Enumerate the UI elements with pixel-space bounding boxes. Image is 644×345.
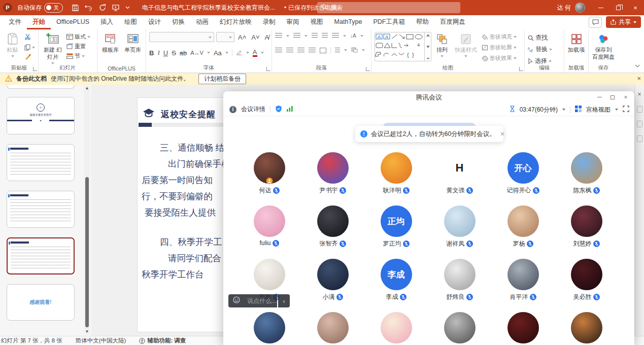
tab-绘图[interactable]: 绘图 xyxy=(119,15,143,29)
share-button[interactable]: 共享 xyxy=(606,16,641,28)
smartart-convert-icon[interactable] xyxy=(351,46,358,55)
tab-MathType[interactable]: MathType xyxy=(329,15,368,29)
paragraph-launcher-icon[interactable] xyxy=(366,67,370,71)
undo-icon[interactable] xyxy=(85,5,93,11)
numbering-icon[interactable] xyxy=(293,33,300,39)
participant-unnamed[interactable] xyxy=(555,309,618,345)
shapes-gallery[interactable]: A A xyxy=(375,32,431,61)
ribbon-collapse-icon[interactable] xyxy=(635,60,640,70)
meeting-title-bar[interactable]: 腾讯会议 × xyxy=(223,91,634,103)
view-dropdown-icon[interactable] xyxy=(615,109,618,111)
participant-尹书宇[interactable]: 尹书宇 xyxy=(301,149,364,202)
sidebar-close-icon[interactable]: × xyxy=(635,91,644,98)
emoji-icon[interactable] xyxy=(233,296,240,305)
chat-input[interactable]: 说点什么... xyxy=(228,294,277,307)
view-mode-label[interactable]: 宫格视图 xyxy=(586,106,611,114)
backup-bar-close-icon[interactable]: × xyxy=(637,75,641,82)
font-color-icon[interactable]: A xyxy=(253,49,257,57)
highlight-icon[interactable] xyxy=(236,49,243,57)
italic-icon[interactable]: I xyxy=(157,49,159,57)
participant-耿洋明[interactable]: 耿洋明 xyxy=(364,149,428,202)
tab-动画[interactable]: 动画 xyxy=(190,15,214,29)
strikethrough-icon[interactable]: ab xyxy=(180,49,187,57)
increase-indent-icon[interactable] xyxy=(322,33,328,39)
clear-format-icon[interactable]: A̸ xyxy=(263,33,271,41)
shape-outline-button[interactable]: 形状轮廓 xyxy=(482,44,517,51)
decrease-indent-icon[interactable] xyxy=(312,33,318,39)
chat-collapse-icon[interactable]: ‹ xyxy=(278,294,290,307)
participant-罗正均[interactable]: 正均罗正均 xyxy=(364,202,428,256)
participant-黄文强[interactable]: H黄文强 xyxy=(428,149,491,202)
participant-unnamed[interactable] xyxy=(238,309,301,345)
line-spacing-icon[interactable] xyxy=(332,33,339,39)
font-launcher-icon[interactable] xyxy=(266,67,270,71)
notice-close-icon[interactable]: × xyxy=(500,130,504,138)
align-right-icon[interactable] xyxy=(297,48,304,53)
meeting-timer[interactable]: 03:47(60分钟) xyxy=(520,106,558,114)
participant-unnamed[interactable] xyxy=(301,309,364,345)
bold-icon[interactable]: B xyxy=(149,49,154,57)
slide-thumbnail-5[interactable] xyxy=(7,237,75,274)
app-icon[interactable]: P xyxy=(3,3,12,12)
justify-icon[interactable] xyxy=(309,48,316,53)
search-input[interactable] xyxy=(330,4,456,11)
copy-icon[interactable] xyxy=(24,44,35,51)
fullscreen-icon[interactable] xyxy=(623,106,629,114)
text-direction-icon[interactable] xyxy=(335,48,340,53)
autosave-toggle[interactable]: 关 xyxy=(44,3,63,13)
layout-button[interactable]: 版式 xyxy=(66,33,90,41)
participant-unnamed[interactable] xyxy=(491,309,555,345)
start-slideshow-icon[interactable] xyxy=(112,5,119,11)
sidebar-tool-icon[interactable] xyxy=(637,121,642,127)
change-case-icon[interactable]: Aa xyxy=(214,49,222,57)
tab-录制[interactable]: 录制 xyxy=(257,15,281,29)
save-to-netdisk-button[interactable]: 保存到 百度网盘 xyxy=(592,32,615,61)
participant-罗杨[interactable]: 罗杨 xyxy=(491,202,555,256)
template-library-button[interactable]: 模板库 xyxy=(100,32,120,54)
font-size-select[interactable] xyxy=(216,32,234,42)
replace-button[interactable]: bc替换 xyxy=(528,45,552,54)
section-button[interactable]: 节 xyxy=(66,52,90,60)
slide-thumbnail-2[interactable]: ⌕返校交通安全指导✦ xyxy=(7,97,75,134)
paste-button[interactable]: 粘贴 xyxy=(3,32,22,57)
tab-幻灯片放映[interactable]: 幻灯片放映 xyxy=(214,15,257,29)
sort-icon[interactable]: ↓A xyxy=(350,33,356,39)
tab-插入[interactable]: 插入 xyxy=(95,15,119,29)
columns-icon[interactable] xyxy=(320,48,326,53)
participant-肖平洋[interactable]: 肖平洋 xyxy=(491,256,555,309)
timer-dropdown-icon[interactable] xyxy=(562,109,565,111)
participant-记得开心[interactable]: 开心记得开心 xyxy=(491,149,555,202)
shapes-scrollbar[interactable] xyxy=(424,32,431,61)
sidebar-tool-icon[interactable] xyxy=(637,106,642,113)
arrange-button[interactable]: 排列 xyxy=(434,32,450,57)
align-center-icon[interactable] xyxy=(286,48,293,53)
tab-文件[interactable]: 文件 xyxy=(3,15,27,29)
addins-button[interactable]: 加载项 xyxy=(567,32,585,54)
slide-number-status[interactable]: 幻灯片 第 7 张，共 8 张 xyxy=(1,337,62,344)
find-button[interactable]: 查找 xyxy=(528,33,552,42)
cut-icon[interactable] xyxy=(24,33,35,42)
meeting-details-link[interactable]: 会议详情 xyxy=(241,105,265,114)
clipboard-launcher-icon[interactable] xyxy=(33,67,37,71)
tab-百度网盘[interactable]: 百度网盘 xyxy=(434,15,471,29)
reset-button[interactable]: 重置 xyxy=(66,43,90,50)
close-button[interactable]: × xyxy=(627,0,644,15)
bullets-icon[interactable] xyxy=(275,33,282,39)
page-library-button[interactable]: 单页库 xyxy=(123,32,143,54)
font-name-select[interactable] xyxy=(149,32,214,42)
participant-李成[interactable]: 李成李成 xyxy=(364,256,428,309)
tab-设计[interactable]: 设计 xyxy=(143,15,166,29)
language-status[interactable]: 简体中文(中国大陆) xyxy=(76,337,126,344)
underline-icon[interactable]: U xyxy=(163,49,168,57)
save-icon[interactable] xyxy=(72,5,79,11)
slide-thumbnail-6[interactable]: 感谢观看! xyxy=(7,284,75,321)
shield-check-icon[interactable] xyxy=(275,105,282,114)
shape-effects-button[interactable]: 形状效果 xyxy=(482,54,517,62)
backup-later-button[interactable]: 计划稍后备份 xyxy=(198,74,246,84)
participant-何达[interactable]: 何达 xyxy=(238,149,301,202)
participant-unnamed[interactable] xyxy=(428,309,491,345)
scroll-up-icon[interactable]: ▲ xyxy=(85,86,89,90)
meeting-maximize-icon[interactable] xyxy=(606,91,619,103)
participant-unnamed[interactable] xyxy=(364,309,428,345)
participant-舒炜良[interactable]: 舒炜良 xyxy=(428,256,491,309)
